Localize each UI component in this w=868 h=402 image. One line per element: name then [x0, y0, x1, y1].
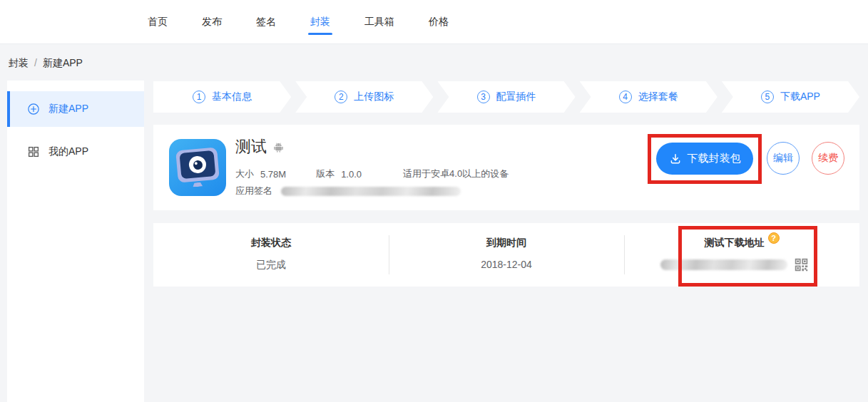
redacted-signature	[281, 187, 461, 196]
breadcrumb-new-app: 新建APP	[43, 57, 83, 68]
wizard-steps: 1 基本信息 2 上传图标 3 配置插件 4 选择套餐 5 下载APP	[153, 81, 859, 113]
expiry-time-column: 到期时间 2018-12-04	[389, 223, 624, 287]
help-icon[interactable]: ?	[768, 232, 780, 244]
expiry-time-value: 2018-12-04	[389, 259, 624, 270]
test-download-column: 测试下载地址 ?	[624, 223, 859, 287]
sidebar: 新建APP 我的APP	[7, 81, 144, 402]
step-basic-info[interactable]: 1 基本信息	[153, 81, 291, 113]
step-number-badge: 3	[477, 91, 490, 103]
expiry-time-header: 到期时间	[389, 237, 624, 249]
step-number-badge: 5	[761, 91, 774, 103]
edit-button-label: 编辑	[773, 152, 793, 165]
packaging-status-header: 封装状态	[153, 237, 389, 249]
step-number-badge: 1	[193, 91, 205, 103]
app-meta-row: 大小 5.78M 版本 1.0.0 适用于安卓4.0以上的设备	[235, 168, 509, 180]
plus-circle-icon	[27, 103, 40, 115]
sidebar-item-label: 我的APP	[48, 145, 88, 158]
test-download-url-row	[617, 257, 852, 272]
step-upload-icon[interactable]: 2 上传图标	[295, 81, 433, 113]
sidebar-item-new-app[interactable]: 新建APP	[7, 91, 144, 127]
grid-icon	[27, 145, 40, 158]
nav-item-signature[interactable]: 签名	[256, 0, 276, 44]
app-title-row: 测试	[235, 136, 285, 158]
app-icon-tv-shape	[175, 147, 220, 182]
breadcrumb-packaging[interactable]: 封装	[9, 57, 29, 68]
nav-item-toolbox[interactable]: 工具箱	[364, 0, 394, 44]
download-package-button[interactable]: 下载封装包	[656, 143, 753, 175]
sidebar-item-label: 新建APP	[48, 103, 88, 115]
test-download-header: 测试下载地址 ?	[624, 237, 859, 249]
breadcrumb: 封装/新建APP	[9, 57, 83, 70]
step-label: 上传图标	[354, 91, 394, 103]
packaging-status-column: 封装状态 已完成	[153, 223, 389, 287]
renew-button[interactable]: 续费	[812, 142, 844, 175]
download-icon	[669, 153, 682, 165]
step-select-plan[interactable]: 4 选择套餐	[580, 81, 718, 113]
android-icon	[272, 141, 285, 153]
sidebar-item-my-app[interactable]: 我的APP	[7, 134, 144, 170]
nav-item-publish[interactable]: 发布	[202, 0, 222, 44]
app-name: 测试	[235, 136, 267, 158]
nav-item-pricing[interactable]: 价格	[429, 0, 449, 44]
version-value: 1.0.0	[341, 169, 362, 180]
step-label: 下载APP	[780, 91, 820, 103]
step-number-badge: 2	[335, 91, 347, 103]
packaging-status-value: 已完成	[153, 259, 389, 272]
breadcrumb-separator: /	[34, 57, 37, 68]
step-configure-plugins[interactable]: 3 配置插件	[437, 81, 575, 113]
step-label: 选择套餐	[638, 91, 678, 103]
renew-button-label: 续费	[818, 152, 838, 165]
app-signature-row: 应用签名	[235, 185, 461, 197]
nav-item-packaging[interactable]: 封装	[310, 0, 330, 44]
edit-button[interactable]: 编辑	[767, 142, 800, 175]
app-card: 测试 大小 5.78M 版本 1.0.0 适用于安卓4.0以上的设备	[153, 125, 859, 210]
version-label: 版本	[316, 168, 335, 180]
step-label: 基本信息	[212, 91, 252, 103]
app-icon	[169, 139, 226, 196]
nav-item-home[interactable]: 首页	[148, 0, 168, 44]
app-packaging-page: 首页 发布 签名 封装 工具箱 价格 封装/新建APP 新建APP	[0, 0, 868, 402]
test-download-header-text: 测试下载地址	[705, 237, 765, 249]
status-info-panel: 封装状态 已完成 到期时间 2018-12-04 测试下载地址 ?	[153, 223, 859, 287]
step-label: 配置插件	[496, 91, 536, 103]
signature-label: 应用签名	[235, 185, 272, 197]
step-number-badge: 4	[619, 91, 632, 103]
top-nav: 首页 发布 签名 封装 工具箱 价格	[0, 0, 868, 44]
size-label: 大小	[235, 168, 254, 180]
download-button-label: 下载封装包	[688, 152, 741, 165]
compatibility-text: 适用于安卓4.0以上的设备	[403, 168, 509, 180]
step-download-app[interactable]: 5 下载APP	[722, 81, 859, 113]
qr-code-icon[interactable]	[794, 257, 809, 272]
size-value: 5.78M	[260, 169, 286, 180]
redacted-download-url	[660, 259, 787, 270]
